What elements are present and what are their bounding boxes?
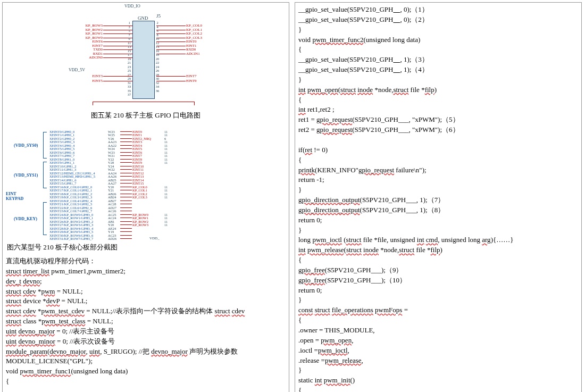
right-code-line-3: void pwm_timer_func2(unsigned long data) — [298, 35, 578, 45]
right-code-line-25: { — [298, 255, 578, 265]
right-code-line-23: long pwm_ioctl (struct file *file, unsig… — [298, 235, 578, 245]
pin-right-rxd0: RXD0 — [156, 48, 196, 52]
schematic-1: VDD_IO GND J5 VDD_5V KP_ROW3KP_ROW2KP_RO… — [50, 5, 241, 109]
left-code-line-7: uint devno_minor = 0; //表示次设备号 — [6, 337, 286, 347]
pin-left-kp_row1: KP_ROW1 — [85, 32, 132, 36]
bracket-vdd_sys0: (VDD_SYS0) — [43, 132, 47, 159]
right-code-line-38: { — [298, 386, 578, 392]
bracket-vdd_key: (VDD_KEY) — [43, 202, 47, 235]
right-code-line-35: .release =pwm_release, — [298, 356, 578, 366]
left-code-line-0: struct timer_list pwm_timer1,pwm_timer2; — [6, 266, 286, 277]
left-code-line-3: struct device *devP = NULL; — [6, 296, 286, 306]
left-code-line-8: module_param(devno_major, uint, S_IRUGO)… — [6, 347, 286, 357]
right-code-line-21: return 0; — [298, 215, 578, 226]
right-code-line-36: } — [298, 365, 578, 376]
right-code-line-24: int pwm_release(struct inode *node,struc… — [298, 245, 578, 255]
right-code-line-33: .open = pwm_open, — [298, 336, 578, 346]
right-code-line-26: gpio_free(S5PV210_GPH___);（9） — [298, 265, 578, 276]
label-eint-keypad: EINTKEYPAD — [6, 191, 23, 201]
right-code-line-19: gpio_direction_output(S5PV210_GPH___, 1)… — [298, 195, 578, 205]
caption-fig6: 图六某型号 210 板子核心板部分截图 — [7, 243, 286, 252]
right-code-line-30: const struct file_operations pwmFops = — [298, 305, 578, 315]
right-code-line-37: static int pwm_init() — [298, 376, 578, 386]
label-j5: J5 — [156, 13, 161, 19]
right-code-line-31: { — [298, 315, 578, 326]
pin-right-adcin1: ADCIN1 — [156, 52, 200, 56]
right-code-line-15: { — [298, 155, 578, 165]
right-code-line-22: } — [298, 226, 578, 236]
code-title: 直流电机驱动程序部分代码： — [6, 256, 286, 266]
right-code-line-0: __gpio_set_value(S5PV210_GPH , 0);（1） — [298, 5, 578, 15]
pin-right-kp_col0: KP_COL0 — [156, 24, 203, 28]
pin-right-eint9: EINT9 — [156, 79, 197, 83]
pin-right-kp_col2: KP_COL2 — [156, 32, 203, 36]
label-vdd-io: VDD_IO — [124, 4, 140, 9]
right-code-line-9: { — [298, 95, 578, 105]
left-code-block: 直流电机驱动程序部分代码： struct timer_list pwm_time… — [6, 256, 286, 387]
page-columns: VDD_IO GND J5 VDD_5V KP_ROW3KP_ROW2KP_RO… — [2, 2, 583, 392]
left-column: VDD_IO GND J5 VDD_5V KP_ROW3KP_ROW2KP_RO… — [2, 2, 289, 392]
chip-body — [132, 21, 155, 99]
right-code-line-20: gpio_direction_output(S5PV210_GPH___, 1)… — [298, 205, 578, 215]
right-code-line-7: } — [298, 75, 578, 85]
left-code-line-2: struct cdev *pwm = NULL; — [6, 287, 286, 297]
bracket-vdd_sys1: (VDD_SYS1) — [43, 162, 47, 188]
right-code-line-12: ret2 = gpio_request(S5PV210_GPH___, "xPW… — [298, 125, 578, 135]
left-code-line-9: MODULE_LICENSE("GPL"); — [6, 356, 286, 366]
left-code-line-5: struct class *pwm_test_class = NULL; — [6, 316, 286, 327]
left-code-line-11: { — [6, 377, 286, 387]
right-code-line-5: __gpio_set_value(S5PV210_GPH , 1);（3） — [298, 55, 578, 65]
right-code-line-17: return -1; — [298, 175, 578, 185]
caption-fig5: 图五某 210 板子主板 GPIO 口电路图 — [6, 111, 286, 120]
right-code-block: __gpio_set_value(S5PV210_GPH , 0);（1） __… — [298, 5, 578, 392]
right-code-line-10: int ret1,ret2 ; — [298, 105, 578, 115]
right-code-line-2: } — [298, 25, 578, 35]
right-code-line-29: } — [298, 295, 578, 305]
right-code-line-6: __gpio_set_value(S5PV210_GPH , 1);（4） — [298, 65, 578, 75]
net-row-31: XEINT31/KP_ROW7/GPH3_7AD26 — [49, 237, 164, 240]
right-code-line-34: .ioctl =pwm_ioctl, — [298, 346, 578, 356]
label-gnd: GND — [138, 15, 148, 21]
right-code-line-4: { — [298, 45, 578, 55]
right-code-line-27: gpio_free(S5PV210_GPH___);（10） — [298, 276, 578, 286]
left-code-line-1: dev_t devno; — [6, 277, 286, 287]
right-code-line-32: .owner = THIS_MODULE, — [298, 326, 578, 336]
right-code-line-8: int pwm_open(struct inode *node,struct f… — [298, 85, 578, 95]
right-code-line-18: } — [298, 185, 578, 195]
label-vdd-5v: VDD_5V — [69, 68, 85, 72]
pin-right-eint7: EINT7 — [156, 74, 197, 78]
left-code-line-6: uint devno_major = 0; //表示主设备号 — [6, 327, 286, 337]
schematic-2: EINTKEYPAD VDD_ (VDD_SYS0)(VDD_SYS1)(VDD… — [38, 123, 261, 240]
arrow-bar — [93, 102, 195, 105]
pin-right-eint0: EINT0 — [156, 40, 197, 44]
left-code-line-4: struct cdev *pwm_test_cdev = NULL;//表示指向… — [6, 306, 286, 316]
right-code-line-11: ret1 = gpio_request(S5PV210_GPH___, "xPW… — [298, 115, 578, 125]
right-code-line-16: printk(KERN_INFO"gpio_request failure\n"… — [298, 165, 578, 176]
right-code-line-28: return 0; — [298, 286, 578, 296]
pin-left-kp_row3: KP_ROW3 — [85, 24, 132, 28]
right-column: __gpio_set_value(S5PV210_GPH , 0);（1） __… — [295, 2, 582, 392]
right-code-line-1: __gpio_set_value(S5PV210_GPH , 0);（2） — [298, 15, 578, 25]
right-code-line-13 — [298, 135, 578, 145]
right-code-line-14: if(ret != 0) — [298, 145, 578, 155]
left-code-line-10: void pwm_timer_func1(unsigned long data) — [6, 366, 286, 377]
